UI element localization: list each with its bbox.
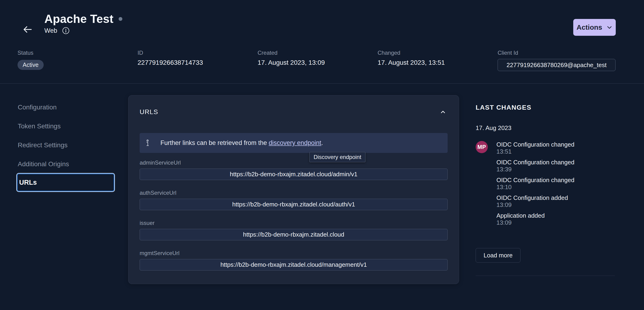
meta-status: Status Active	[18, 50, 138, 71]
mgmt-service-url-input[interactable]	[140, 259, 448, 270]
created-label: Created	[258, 50, 378, 56]
event-time: 13:09	[496, 201, 616, 208]
status-dot-icon	[118, 17, 122, 21]
load-more-button[interactable]: Load more	[476, 248, 520, 262]
field-group-auth-service-url: authServiceUrl	[140, 190, 448, 210]
chevron-down-icon	[606, 24, 612, 30]
client-id-value: 227791926638780269@apache_test	[506, 62, 606, 69]
meta-created: Created 17. August 2023, 13:09	[258, 50, 378, 71]
event-title: OIDC Configuration changed	[496, 159, 616, 166]
auth-service-url-input[interactable]	[140, 199, 448, 210]
app-type-label: Web	[44, 27, 57, 34]
change-event[interactable]: OIDC Configuration changed 13:51	[496, 141, 616, 155]
changes-timeline: MP OIDC Configuration changed 13:51 OIDC…	[476, 141, 616, 230]
sidebar-item-additional-origins[interactable]: Additional Origins	[17, 154, 114, 174]
id-label: ID	[138, 50, 258, 56]
last-changes-title: LAST CHANGES	[476, 104, 616, 111]
id-value: 227791926638714733	[138, 59, 258, 66]
client-id-value-box[interactable]: 227791926638780269@apache_test	[498, 59, 616, 71]
meta-row: Status Active ID 227791926638714733 Crea…	[18, 50, 618, 71]
changed-value: 17. August 2023, 13:51	[378, 59, 498, 66]
meta-client-id: Client Id 227791926638780269@apache_test	[498, 50, 618, 71]
chevron-up-icon	[440, 109, 446, 115]
event-title: Application added	[496, 212, 616, 219]
info-banner-text: Further links can be retrieved from the …	[160, 139, 323, 146]
info-text-prefix: Further links can be retrieved from the	[160, 139, 269, 146]
issuer-input[interactable]	[140, 229, 448, 240]
info-banner: Further links can be retrieved from the …	[140, 133, 448, 153]
back-arrow-icon	[22, 24, 33, 35]
field-group-issuer: issuer	[140, 220, 448, 240]
event-time: 13:39	[496, 166, 616, 173]
issuer-label: issuer	[140, 220, 448, 226]
created-value: 17. August 2023, 13:09	[258, 59, 378, 66]
auth-service-url-label: authServiceUrl	[140, 190, 448, 196]
avatar: MP	[476, 141, 488, 153]
event-time: 13:09	[496, 219, 616, 226]
header-divider	[0, 83, 644, 84]
actions-button[interactable]: Actions	[573, 19, 616, 36]
sidebar-item-token-settings[interactable]: Token Settings	[17, 117, 114, 136]
change-event[interactable]: OIDC Configuration changed 13:10	[496, 177, 616, 191]
change-event[interactable]: OIDC Configuration added 13:09	[496, 194, 616, 208]
sidebar-item-urls[interactable]: URLs	[17, 174, 114, 192]
actions-button-label: Actions	[576, 23, 602, 31]
sidebar-item-configuration[interactable]: Configuration	[17, 98, 114, 117]
change-event[interactable]: Application added 13:09	[496, 212, 616, 226]
collapse-card-button[interactable]	[440, 109, 446, 115]
admin-service-url-label: adminServiceUrl	[140, 160, 448, 166]
event-time: 13:10	[496, 184, 616, 191]
urls-card: URLS Further links can be retrieved from…	[128, 95, 459, 284]
last-changes-panel: LAST CHANGES 17. Aug 2023 MP OIDC Config…	[476, 104, 616, 276]
status-badge: Active	[18, 60, 44, 70]
change-event[interactable]: OIDC Configuration changed 13:39	[496, 159, 616, 173]
info-icon	[146, 139, 150, 147]
sidebar-nav: Configuration Token Settings Redirect Se…	[17, 98, 114, 192]
event-time: 13:51	[496, 148, 616, 155]
mgmt-service-url-label: mgmtServiceUrl	[140, 250, 448, 256]
application-detail-page: Apache Test Web Actions Status Activ	[0, 0, 644, 310]
changed-label: Changed	[378, 50, 498, 56]
admin-service-url-input[interactable]	[140, 169, 448, 180]
meta-changed: Changed 17. August 2023, 13:51	[378, 50, 498, 71]
event-title: OIDC Configuration added	[496, 194, 616, 201]
title-block: Apache Test Web	[44, 12, 122, 35]
field-group-admin-service-url: adminServiceUrl	[140, 160, 448, 180]
info-circle-icon[interactable]	[62, 27, 70, 35]
event-title: OIDC Configuration changed	[496, 141, 616, 148]
changes-date: 17. Aug 2023	[476, 124, 616, 132]
urls-card-title: URLS	[140, 108, 158, 116]
status-label: Status	[18, 50, 138, 56]
page-title: Apache Test	[44, 12, 114, 26]
info-text-suffix: .	[321, 139, 323, 146]
discovery-endpoint-tooltip: Discovery endpoint	[310, 152, 366, 162]
sidebar-item-redirect-settings[interactable]: Redirect Settings	[17, 136, 114, 154]
back-button[interactable]	[22, 23, 34, 36]
client-id-label: Client Id	[498, 50, 618, 56]
changes-divider	[476, 276, 615, 276]
field-group-mgmt-service-url: mgmtServiceUrl	[140, 250, 448, 270]
discovery-endpoint-link[interactable]: discovery endpoint	[269, 139, 321, 146]
meta-id: ID 227791926638714733	[138, 50, 258, 71]
event-title: OIDC Configuration changed	[496, 177, 616, 184]
